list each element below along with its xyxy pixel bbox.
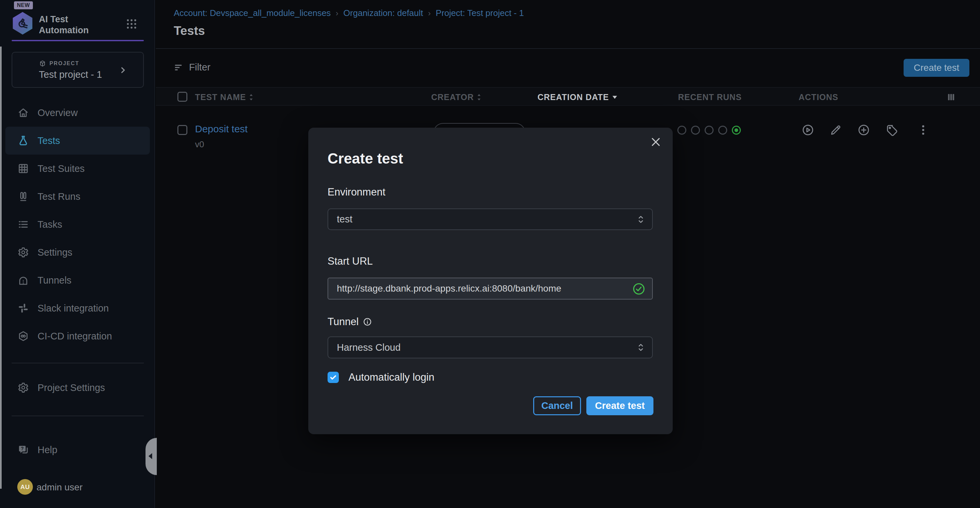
edit-icon[interactable] [829, 124, 842, 136]
run-status-dot[interactable] [677, 126, 686, 135]
cube-icon [39, 60, 46, 67]
new-badge: NEW [14, 1, 33, 9]
app-logo-icon [12, 12, 33, 35]
filter-button[interactable]: Filter [174, 62, 210, 73]
breadcrumb-separator: › [428, 9, 431, 18]
create-test-submit-button[interactable]: Create test [586, 396, 654, 415]
column-header-recent-runs: RECENT RUNS [678, 93, 742, 102]
modal-title: Create test [328, 150, 403, 167]
sidebar-item-test-suites[interactable]: Test Suites [5, 155, 150, 182]
page-title: Tests [174, 24, 205, 38]
app-title: AI Test Automation [39, 14, 89, 36]
test-version: v0 [195, 139, 204, 150]
info-icon[interactable] [363, 317, 372, 326]
grid-icon [18, 163, 29, 174]
sidebar-item-slack[interactable]: Slack integration [5, 294, 150, 322]
help-chat-icon: ? [18, 444, 29, 455]
header-divider [156, 48, 980, 49]
create-test-button[interactable]: Create test [904, 59, 969, 77]
row-checkbox[interactable] [177, 125, 187, 135]
sidebar-divider [12, 363, 144, 363]
sidebar-nav: Overview Tests Test Suites Test Runs Tas… [0, 99, 155, 350]
brand-divider [12, 40, 144, 41]
environment-select[interactable]: test [328, 208, 653, 230]
run-test-icon[interactable] [802, 124, 814, 136]
project-selector[interactable]: PROJECT Test project - 1 [12, 52, 144, 88]
test-name-link[interactable]: Deposit test [195, 123, 248, 135]
tunnel-label: Tunnel [328, 316, 372, 328]
sidebar-item-help[interactable]: ? Help [5, 436, 150, 464]
run-status-dot-passed[interactable] [732, 126, 741, 135]
environment-label: Environment [328, 186, 385, 198]
sidebar-item-overview[interactable]: Overview [5, 99, 150, 127]
project-name: Test project - 1 [39, 69, 102, 80]
run-status-dot[interactable] [705, 126, 714, 135]
sidebar-divider [12, 415, 144, 416]
slack-icon [18, 302, 29, 314]
collapse-arrow-icon [148, 453, 152, 459]
gear-icon [18, 382, 29, 393]
sidebar: NEW AI Test Automation PROJECT Test proj… [0, 0, 155, 508]
more-menu-icon[interactable] [917, 124, 929, 136]
list-icon [18, 219, 29, 230]
svg-text:?: ? [21, 446, 24, 451]
user-menu[interactable]: AU admin user [0, 479, 155, 495]
column-header-test-name[interactable]: TEST NAME [195, 93, 254, 102]
column-settings-icon[interactable] [946, 92, 956, 102]
home-icon [18, 107, 29, 118]
breadcrumb-separator: › [336, 9, 339, 18]
sidebar-item-test-runs[interactable]: Test Runs [5, 182, 150, 211]
auto-login-row: Automatically login [328, 371, 434, 383]
cancel-button[interactable]: Cancel [533, 396, 581, 415]
url-valid-check-icon [632, 282, 646, 296]
sort-desc-icon [612, 95, 618, 100]
start-url-input[interactable] [328, 278, 653, 300]
table-header: TEST NAME CREATOR CREATION DATE RECENT R… [156, 87, 980, 106]
project-kind-label: PROJECT [49, 61, 80, 67]
recent-runs [677, 126, 741, 135]
tunnel-select[interactable]: Harness Cloud [328, 337, 653, 358]
column-header-creator[interactable]: CREATOR [431, 93, 482, 102]
close-icon[interactable] [649, 136, 662, 148]
avatar: AU [17, 479, 33, 495]
sort-icon [248, 93, 254, 102]
filter-icon [174, 62, 184, 72]
breadcrumb: Account: Devspace_all_module_licenses › … [174, 8, 524, 18]
window-scrollbar[interactable] [0, 46, 2, 489]
gear-icon [18, 247, 29, 258]
select-all-checkbox[interactable] [177, 92, 187, 102]
modal-footer: Cancel Create test [533, 396, 654, 415]
breadcrumb-account[interactable]: Account: Devspace_all_module_licenses [174, 8, 331, 18]
create-test-modal: Create test Environment test Start URL T… [308, 128, 673, 434]
column-header-creation-date[interactable]: CREATION DATE [538, 93, 618, 102]
user-name: admin user [37, 482, 83, 493]
add-icon[interactable] [858, 124, 870, 136]
sidebar-item-settings[interactable]: Settings [5, 238, 150, 266]
auto-login-label: Automatically login [348, 371, 434, 383]
sidebar-item-tasks[interactable]: Tasks [5, 211, 150, 238]
chevron-right-icon [119, 66, 127, 75]
sidebar-item-tunnels[interactable]: Tunnels [5, 266, 150, 294]
tunnel-icon [18, 275, 29, 286]
start-url-label: Start URL [328, 255, 373, 267]
app-switcher-icon[interactable] [125, 18, 138, 30]
sidebar-item-cicd[interactable]: CI-CD integration [5, 322, 150, 350]
sidebar-item-project-settings[interactable]: Project Settings [5, 374, 150, 402]
test-runs-icon [18, 191, 29, 202]
breadcrumb-project[interactable]: Project: Test project - 1 [436, 8, 524, 18]
run-status-dot[interactable] [691, 126, 700, 135]
run-status-dot[interactable] [718, 126, 727, 135]
column-header-actions: ACTIONS [799, 93, 838, 102]
tag-icon[interactable] [886, 124, 898, 136]
auto-login-checkbox[interactable] [328, 372, 339, 383]
sidebar-item-tests[interactable]: Tests [5, 127, 150, 155]
flask-icon [18, 135, 29, 146]
breadcrumb-org[interactable]: Organization: default [344, 8, 423, 18]
select-chevrons-icon [636, 214, 646, 225]
cicd-icon [18, 331, 29, 342]
select-chevrons-icon [636, 342, 646, 353]
sidebar-collapse-handle[interactable] [145, 438, 157, 475]
sort-icon [476, 93, 482, 102]
